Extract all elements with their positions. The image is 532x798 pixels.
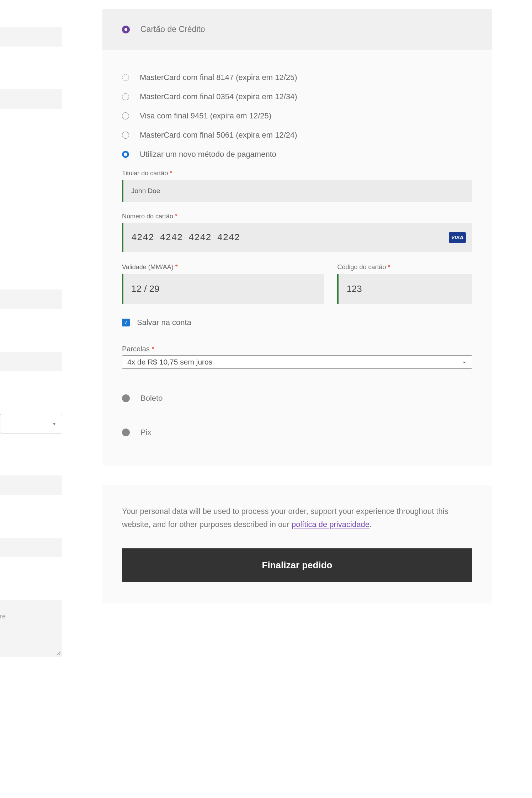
radio-selected-icon [122,26,130,33]
radio-icon [122,93,129,100]
installments-value: 4x de R$ 10,75 sem juros [127,358,212,366]
left-textarea[interactable]: re [0,600,62,657]
expiry-label-text: Validade (MM/AA) [122,264,174,271]
saved-card-option-1[interactable]: MasterCard com final 0354 (expira em 12/… [122,92,472,101]
cardholder-input[interactable] [131,187,464,195]
installments-select[interactable]: 4x de R$ 10,75 sem juros [122,355,472,369]
required-indicator: * [151,345,154,353]
installments-label-text: Parcelas [122,345,150,353]
payment-method-credit-card-header[interactable]: Cartão de Crédito [102,9,492,50]
left-field-6[interactable] [0,538,62,557]
privacy-text: Your personal data will be used to proce… [122,505,472,531]
left-select[interactable] [0,414,62,433]
cardholder-label-text: Titular do cartão [122,170,168,177]
cardholder-label: Titular do cartão * [122,170,472,177]
card-number-group: Número do cartão * VISA [122,213,472,252]
required-indicator: * [170,170,172,177]
privacy-text-body: Your personal data will be used to proce… [122,507,448,529]
cvc-input[interactable] [346,283,464,294]
payment-body: MasterCard com final 8147 (expira em 12/… [102,50,492,465]
cardholder-group: Titular do cartão * [122,170,472,202]
left-field-3[interactable] [0,289,62,309]
payment-panel: Cartão de Crédito MasterCard com final 8… [102,9,492,465]
new-method-label: Utilizar um novo método de pagamento [140,150,276,159]
cvc-group: Código do cartão * [337,264,472,304]
cardholder-input-wrap [122,180,472,202]
left-sidebar-form: re [0,0,62,657]
card-number-input[interactable] [131,232,464,243]
required-indicator: * [175,264,178,271]
saved-card-option-3[interactable]: MasterCard com final 5061 (expira em 12/… [122,131,472,140]
expiry-input[interactable] [131,283,316,294]
new-payment-method-option[interactable]: Utilizar um novo método de pagamento [122,150,472,159]
radio-icon [122,112,129,119]
saved-card-label: Visa com final 9451 (expira em 12/25) [140,111,271,121]
boleto-label: Boleto [140,394,163,403]
installments-group: Parcelas * 4x de R$ 10,75 sem juros [122,345,472,369]
payment-method-pix[interactable]: Pix [122,428,472,437]
radio-icon [122,132,129,139]
saved-card-label: MasterCard com final 0354 (expira em 12/… [140,92,297,101]
visa-icon: VISA [449,232,466,243]
expiry-group: Validade (MM/AA) * [122,264,324,304]
pix-label: Pix [140,428,151,437]
checkbox-checked-icon: ✓ [122,319,130,326]
cvc-input-wrap [337,274,472,304]
submit-order-button[interactable]: Finalizar pedido [122,548,472,582]
left-field-2[interactable] [0,89,62,109]
radio-icon [122,394,130,402]
saved-card-label: MasterCard com final 5061 (expira em 12/… [140,131,297,140]
saved-card-option-2[interactable]: Visa com final 9451 (expira em 12/25) [122,111,472,121]
footer-panel: Your personal data will be used to proce… [102,485,492,603]
expiry-cvc-row: Validade (MM/AA) * Código do cartão * [122,264,472,304]
left-field-1[interactable] [0,27,62,47]
textarea-placeholder: re [0,613,6,620]
left-field-5[interactable] [0,475,62,495]
card-number-label: Número do cartão * [122,213,472,220]
cvc-label-text: Código do cartão [337,264,386,271]
expiry-label: Validade (MM/AA) * [122,264,324,271]
card-number-label-text: Número do cartão [122,213,173,220]
radio-icon [122,429,130,436]
cvc-label: Código do cartão * [337,264,472,271]
card-number-input-wrap: VISA [122,223,472,252]
installments-label: Parcelas * [122,345,154,353]
payment-method-boleto[interactable]: Boleto [122,394,472,403]
privacy-policy-link[interactable]: política de privacidade [292,520,369,529]
credit-card-label: Cartão de Crédito [140,25,205,34]
left-field-4[interactable] [0,352,62,371]
saved-card-label: MasterCard com final 8147 (expira em 12/… [140,73,297,82]
radio-selected-icon [122,151,129,158]
save-card-label: Salvar na conta [137,318,191,327]
required-indicator: * [388,264,390,271]
expiry-input-wrap [122,274,324,304]
radio-icon [122,74,129,81]
required-indicator: * [175,213,177,220]
save-card-row[interactable]: ✓ Salvar na conta [122,318,472,327]
main-content: Cartão de Crédito MasterCard com final 8… [62,0,532,657]
privacy-period: . [369,520,372,529]
saved-card-option-0[interactable]: MasterCard com final 8147 (expira em 12/… [122,73,472,82]
